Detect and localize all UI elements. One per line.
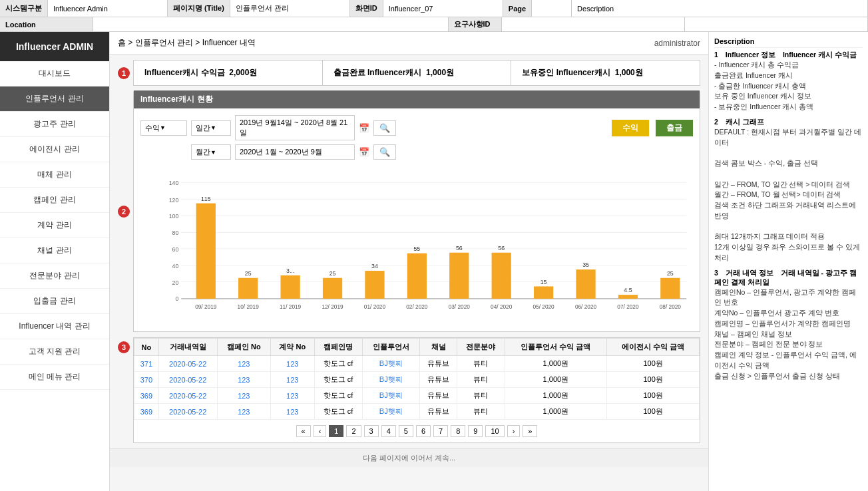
search-btn-1[interactable]: 🔍 bbox=[373, 120, 396, 136]
cell-specialty: 뷰티 bbox=[457, 372, 505, 388]
sidebar-item-influencer[interactable]: 인플루언서 관리 bbox=[0, 86, 109, 112]
cell-specialty: 뷰티 bbox=[457, 388, 505, 404]
svg-text:120: 120 bbox=[169, 197, 179, 204]
table-badge: 3 bbox=[118, 341, 130, 353]
header-spacer bbox=[685, 17, 868, 31]
page-prev[interactable]: ‹ bbox=[314, 425, 327, 437]
sidebar-item-main-menu[interactable]: 메인 메뉴 관리 bbox=[0, 365, 109, 390]
cell-no[interactable]: 370 bbox=[134, 372, 159, 388]
cell-contract-no[interactable]: 123 bbox=[270, 388, 314, 404]
svg-text:80: 80 bbox=[172, 230, 179, 236]
sidebar-item-inout[interactable]: 입출금 관리 bbox=[0, 289, 109, 314]
page-first[interactable]: « bbox=[296, 425, 311, 437]
svg-text:25: 25 bbox=[667, 270, 674, 277]
card1-label: Influencer캐시 수익금 bbox=[144, 68, 225, 77]
calendar-icon-2[interactable]: 📅 bbox=[359, 147, 369, 157]
page-1[interactable]: 1 bbox=[329, 425, 343, 437]
page-title-value: 인플루언서 관리 bbox=[230, 0, 350, 17]
cell-no[interactable]: 369 bbox=[134, 404, 159, 420]
type-filter[interactable]: 수익 bbox=[140, 120, 187, 136]
cell-contract-no[interactable]: 123 bbox=[270, 372, 314, 388]
col-campaign-name: 캠페인명 bbox=[314, 339, 362, 356]
desc-section-3-title: 3 거래 내역 정보 거래 내역일 - 광고주 캠페인 결제 처리일 bbox=[714, 269, 863, 287]
table-row: 369 2020-05-22 123 123 핫도그 cf BJ햇찌 유튜브 뷰… bbox=[134, 404, 700, 420]
sidebar-item-customer[interactable]: 고객 지원 관리 bbox=[0, 339, 109, 365]
svg-text:25: 25 bbox=[329, 270, 336, 277]
description-panel: Description 1 Influencer 정보 Influencer 캐… bbox=[708, 32, 868, 491]
admin-label: administrator bbox=[654, 39, 700, 48]
cell-income: 1,000원 bbox=[505, 372, 607, 388]
cell-date[interactable]: 2020-05-22 bbox=[158, 356, 217, 372]
bar-09-2019 bbox=[196, 204, 216, 299]
cell-no[interactable]: 369 bbox=[134, 388, 159, 404]
screen-id-label: 화면ID bbox=[350, 0, 383, 17]
breadcrumb-bar: 홈 > 인플루언서 관리 > Influencer 내역 administrat… bbox=[110, 32, 708, 55]
cell-influencer[interactable]: BJ햇찌 bbox=[362, 388, 419, 404]
sidebar-item-media[interactable]: 매체 관리 bbox=[0, 162, 109, 188]
desc-section-1-title: 1 Influencer 정보 Influencer 캐시 수익금 bbox=[714, 51, 863, 60]
period2-filter[interactable]: 월간 bbox=[191, 144, 231, 160]
bar-11-2019 bbox=[280, 275, 300, 299]
sidebar-item-channel[interactable]: 채널 관리 bbox=[0, 238, 109, 263]
cell-no[interactable]: 371 bbox=[134, 356, 159, 372]
cell-campaign-no[interactable]: 123 bbox=[217, 404, 270, 420]
svg-text:40: 40 bbox=[172, 263, 179, 269]
svg-text:20: 20 bbox=[172, 279, 179, 286]
desc-section-1-content: - Influencer 캐시 총 수익금 출금완료 Influencer 캐시… bbox=[714, 60, 863, 112]
sidebar-title: Influencer ADMIN bbox=[0, 32, 109, 61]
cell-date[interactable]: 2020-05-22 bbox=[158, 372, 217, 388]
bar-chart-svg: 140 120 100 80 60 40 20 0 bbox=[160, 165, 693, 325]
sidebar-item-advertiser[interactable]: 광고주 관리 bbox=[0, 112, 109, 137]
svg-text:11/ 2019: 11/ 2019 bbox=[280, 303, 302, 310]
page-value bbox=[532, 0, 572, 17]
desc-label: Description bbox=[572, 0, 868, 17]
page-7[interactable]: 7 bbox=[433, 425, 448, 437]
date-range-1[interactable]: 2019년 9월14일 ~ 2020년 8월 21일 bbox=[235, 115, 355, 140]
sidebar-item-specialty[interactable]: 전문분야 관리 bbox=[0, 263, 109, 289]
cell-influencer[interactable]: BJ햇찌 bbox=[362, 372, 419, 388]
sidebar-item-influencer-history[interactable]: Influencer 내역 관리 bbox=[0, 314, 109, 339]
svg-text:02/ 2020: 02/ 2020 bbox=[406, 303, 428, 310]
col-influencer: 인플루언서 bbox=[362, 339, 419, 356]
page-5[interactable]: 5 bbox=[399, 425, 413, 437]
page-next[interactable]: › bbox=[507, 425, 521, 437]
cell-contract-no[interactable]: 123 bbox=[270, 356, 314, 372]
cell-contract-no[interactable]: 123 bbox=[270, 404, 314, 420]
sidebar-item-campaign[interactable]: 캠페인 관리 bbox=[0, 188, 109, 213]
period1-filter[interactable]: 일간 bbox=[191, 120, 231, 136]
location-label: Location bbox=[0, 17, 93, 31]
svg-text:4.5: 4.5 bbox=[624, 287, 632, 293]
outcome-btn[interactable]: 출금 bbox=[656, 120, 693, 136]
page-2[interactable]: 2 bbox=[346, 425, 361, 437]
sidebar-item-dashboard[interactable]: 대시보드 bbox=[0, 61, 109, 86]
col-specialty: 전문분야 bbox=[457, 339, 505, 356]
desc-section-2-content: DEFAULT : 현재시점 부터 과거월주별 일간 데이터 검색 콤보 박스 … bbox=[714, 127, 863, 263]
sidebar-item-contract[interactable]: 계약 관리 bbox=[0, 213, 109, 238]
col-contract-no: 계약 No bbox=[270, 339, 314, 356]
chart-badge: 2 bbox=[118, 206, 130, 218]
date-range-2[interactable]: 2020년 1월 ~ 2020년 9월 bbox=[235, 144, 355, 160]
col-agency-income: 에이전시 수익 금액 bbox=[607, 339, 700, 356]
cell-date[interactable]: 2020-05-22 bbox=[158, 388, 217, 404]
cell-influencer[interactable]: BJ햇찌 bbox=[362, 356, 419, 372]
page-last[interactable]: » bbox=[523, 425, 537, 437]
cell-campaign-no[interactable]: 123 bbox=[217, 356, 270, 372]
search-btn-2[interactable]: 🔍 bbox=[373, 144, 396, 160]
card1-value: 2,000원 bbox=[229, 68, 257, 77]
svg-text:10/ 2019: 10/ 2019 bbox=[238, 303, 260, 310]
page-9[interactable]: 9 bbox=[468, 425, 483, 437]
calendar-icon-1[interactable]: 📅 bbox=[359, 123, 369, 133]
page-3[interactable]: 3 bbox=[364, 425, 379, 437]
bar-05-2020 bbox=[534, 286, 553, 299]
cell-date[interactable]: 2020-05-22 bbox=[158, 404, 217, 420]
cell-influencer[interactable]: BJ햇찌 bbox=[362, 404, 419, 420]
page-4[interactable]: 4 bbox=[381, 425, 396, 437]
page-6[interactable]: 6 bbox=[416, 425, 431, 437]
cell-campaign-no[interactable]: 123 bbox=[217, 372, 270, 388]
sidebar-item-agency[interactable]: 에이전시 관리 bbox=[0, 137, 109, 162]
page-10[interactable]: 10 bbox=[485, 425, 504, 437]
income-btn[interactable]: 수익 bbox=[612, 120, 649, 136]
page-8[interactable]: 8 bbox=[451, 425, 465, 437]
summary-card-2: 출금완료 Influencer캐시 1,000원 bbox=[323, 61, 512, 85]
cell-campaign-no[interactable]: 123 bbox=[217, 388, 270, 404]
